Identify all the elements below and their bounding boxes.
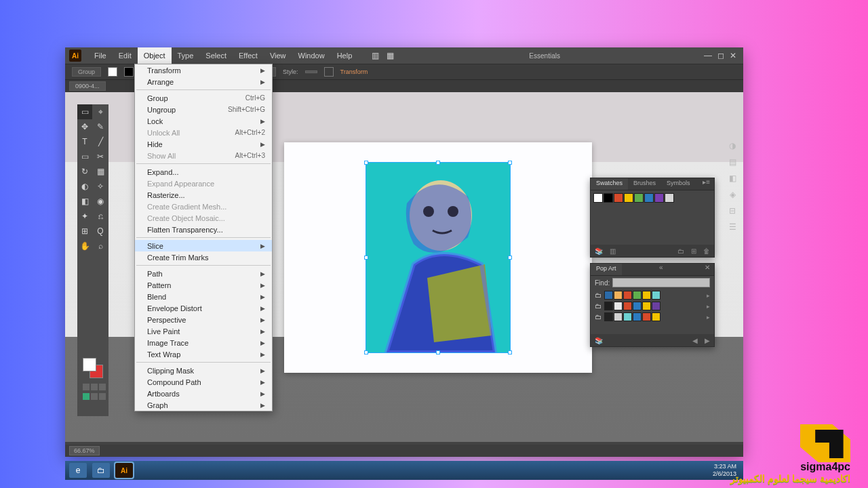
draw-mode-row[interactable] <box>81 382 107 392</box>
swatch[interactable] <box>604 312 613 321</box>
swatch[interactable] <box>624 193 633 203</box>
swatch[interactable] <box>634 193 644 203</box>
swatch[interactable] <box>642 312 651 321</box>
document-tab[interactable]: 0900-4... <box>69 81 106 91</box>
taskbar-illustrator-icon[interactable]: Ai <box>115 463 133 478</box>
folder-icon[interactable]: 🗀 <box>595 291 601 299</box>
menu-item-image-trace[interactable]: Image Trace▶ <box>135 337 272 348</box>
menu-object[interactable]: Object <box>138 47 172 64</box>
swatch-trash-icon[interactable]: 🗑 <box>703 247 710 255</box>
selected-artwork[interactable] <box>366 163 510 352</box>
menu-effect[interactable]: Effect <box>233 47 264 64</box>
swatch[interactable] <box>623 302 632 310</box>
fill-swatch[interactable] <box>108 67 117 77</box>
find-input[interactable] <box>612 278 710 287</box>
swatch[interactable] <box>633 302 642 310</box>
dock-gradient-icon[interactable]: ◧ <box>727 174 738 184</box>
dock-stroke-icon[interactable]: ▤ <box>727 157 738 168</box>
menu-item-text-wrap[interactable]: Text Wrap▶ <box>135 348 272 360</box>
resize-handle[interactable] <box>364 350 368 354</box>
menu-file[interactable]: File <box>88 47 113 64</box>
color-swatch-tool[interactable] <box>77 354 108 380</box>
align-icon[interactable] <box>324 67 334 77</box>
swatch[interactable] <box>614 291 623 300</box>
swatch[interactable] <box>623 312 632 321</box>
tool-3[interactable]: ✎ <box>93 119 108 134</box>
menu-item-perspective[interactable]: Perspective▶ <box>135 314 272 325</box>
tool-9[interactable]: ▦ <box>93 164 108 179</box>
panel-collapse-icon[interactable]: « <box>655 264 667 275</box>
tab-swatches[interactable]: Swatches <box>591 178 628 190</box>
swatch[interactable] <box>604 291 613 300</box>
resize-handle[interactable] <box>436 350 440 354</box>
tool-15[interactable]: ⎌ <box>93 209 108 224</box>
swatch[interactable] <box>654 193 664 203</box>
menu-help[interactable]: Help <box>331 47 359 64</box>
tool-8[interactable]: ↻ <box>77 164 92 179</box>
tool-13[interactable]: ◉ <box>93 194 108 209</box>
dock-color-icon[interactable]: ◑ <box>727 141 738 152</box>
menu-item-live-paint[interactable]: Live Paint▶ <box>135 325 272 337</box>
tool-0[interactable]: ▭ <box>77 104 92 119</box>
chevron-right-icon[interactable]: ▸ <box>707 292 710 299</box>
menu-item-hide[interactable]: Hide▶ <box>135 138 272 150</box>
dock-layers-icon[interactable]: ☰ <box>727 222 738 233</box>
menu-item-arrange[interactable]: Arrange▶ <box>135 76 272 87</box>
swatch[interactable] <box>652 291 660 300</box>
menu-item-rasterize-[interactable]: Rasterize... <box>135 189 272 201</box>
chevron-right-icon[interactable]: ▸ <box>707 314 710 321</box>
stroke-swatch[interactable] <box>124 67 134 77</box>
popart-lib-icon[interactable]: 📚 <box>595 337 603 344</box>
menu-item-create-trim-marks[interactable]: Create Trim Marks <box>135 251 272 263</box>
menu-edit[interactable]: Edit <box>113 47 138 64</box>
tool-18[interactable]: ✋ <box>77 239 92 253</box>
tool-16[interactable]: ⊞ <box>77 224 92 239</box>
menubar-extra-icon[interactable]: ▥ <box>368 48 382 63</box>
resize-handle[interactable] <box>364 161 368 165</box>
swatch[interactable] <box>642 302 651 310</box>
swatch[interactable] <box>642 291 651 300</box>
swatch-new-icon[interactable]: ⊞ <box>691 247 696 255</box>
popart-next-icon[interactable]: ▶ <box>705 337 710 344</box>
swatch[interactable] <box>652 312 660 321</box>
tab-brushes[interactable]: Brushes <box>628 178 661 190</box>
menu-type[interactable]: Type <box>172 47 200 64</box>
swatch[interactable] <box>614 302 623 310</box>
menu-item-flatten-transparency-[interactable]: Flatten Transparency... <box>135 224 272 235</box>
panel-menu-icon[interactable]: ▸≡ <box>698 178 714 190</box>
swatch-lib-icon[interactable]: 📚 <box>595 247 603 255</box>
popart-prev-icon[interactable]: ◀ <box>692 337 698 344</box>
swatch-menu-icon[interactable]: ▥ <box>610 247 616 255</box>
tool-10[interactable]: ◐ <box>77 179 92 194</box>
tool-5[interactable]: ╱ <box>93 134 108 149</box>
workspace-switcher[interactable]: Essentials <box>529 52 560 60</box>
resize-handle[interactable] <box>364 256 368 260</box>
tool-4[interactable]: T <box>77 134 92 149</box>
swatch-folder-icon[interactable]: 🗀 <box>677 247 684 255</box>
minimize-button[interactable]: — <box>704 51 712 60</box>
swatch[interactable] <box>633 291 642 300</box>
taskbar-ie-icon[interactable]: e <box>69 463 87 478</box>
chevron-right-icon[interactable]: ▸ <box>707 303 710 310</box>
menu-item-lock[interactable]: Lock▶ <box>135 115 272 127</box>
swatch[interactable] <box>644 193 654 203</box>
folder-icon[interactable]: 🗀 <box>595 313 601 321</box>
menu-item-slice[interactable]: Slice▶ <box>135 240 272 251</box>
menu-view[interactable]: View <box>264 47 292 64</box>
menu-item-path[interactable]: Path▶ <box>135 268 272 279</box>
maximize-button[interactable]: ◻ <box>717 51 724 60</box>
taskbar-explorer-icon[interactable]: 🗀 <box>92 463 110 478</box>
dock-transparency-icon[interactable]: ◈ <box>727 190 738 201</box>
menu-window[interactable]: Window <box>292 47 331 64</box>
menu-item-envelope-distort[interactable]: Envelope Distort▶ <box>135 302 272 314</box>
tab-symbols[interactable]: Symbols <box>661 178 696 190</box>
tool-1[interactable]: ⌖ <box>93 104 108 119</box>
tool-12[interactable]: ◧ <box>77 194 92 209</box>
menu-item-transform[interactable]: Transform▶ <box>135 64 272 76</box>
tool-6[interactable]: ▭ <box>77 149 92 164</box>
folder-icon[interactable]: 🗀 <box>595 302 601 310</box>
resize-handle[interactable] <box>508 161 512 165</box>
panel-close-icon[interactable]: ✕ <box>701 264 714 275</box>
menu-item-graph[interactable]: Graph▶ <box>135 399 272 411</box>
menu-item-clipping-mask[interactable]: Clipping Mask▶ <box>135 365 272 376</box>
